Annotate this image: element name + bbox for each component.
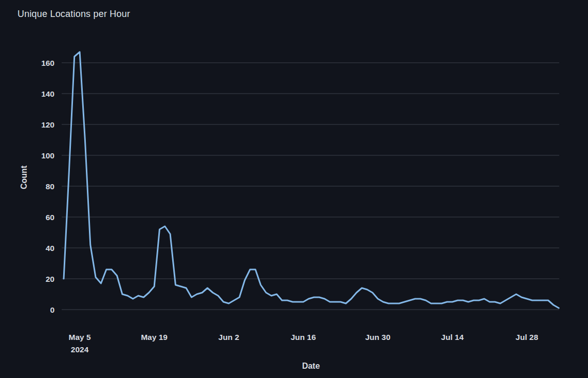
plot-area: 020406080100120140160May 52024May 19Jun …	[0, 0, 588, 378]
x-tick-sublabel: 2024	[71, 345, 89, 354]
y-tick-label: 140	[41, 89, 54, 98]
y-axis-label: Count	[20, 166, 29, 189]
y-tick-label: 40	[46, 244, 54, 253]
y-tick-label: 100	[41, 151, 54, 160]
x-tick-label: Jul 28	[516, 333, 538, 341]
y-tick-label: 160	[41, 59, 54, 67]
x-tick-label: May 5	[69, 333, 91, 341]
y-tick-label: 60	[46, 213, 54, 222]
x-axis-label: Date	[302, 362, 320, 371]
line-chart: 020406080100120140160May 52024May 19Jun …	[0, 0, 588, 378]
y-tick-label: 80	[46, 182, 54, 191]
data-line-series	[64, 52, 559, 308]
x-tick-label: Jun 30	[365, 333, 391, 341]
x-tick-label: Jun 2	[218, 333, 239, 341]
x-tick-label: Jun 16	[291, 333, 316, 341]
y-tick-label: 0	[50, 305, 54, 314]
y-tick-label: 120	[41, 120, 54, 129]
y-tick-label: 20	[46, 275, 54, 283]
x-tick-label: May 19	[141, 333, 168, 341]
x-tick-label: Jul 14	[441, 333, 464, 341]
